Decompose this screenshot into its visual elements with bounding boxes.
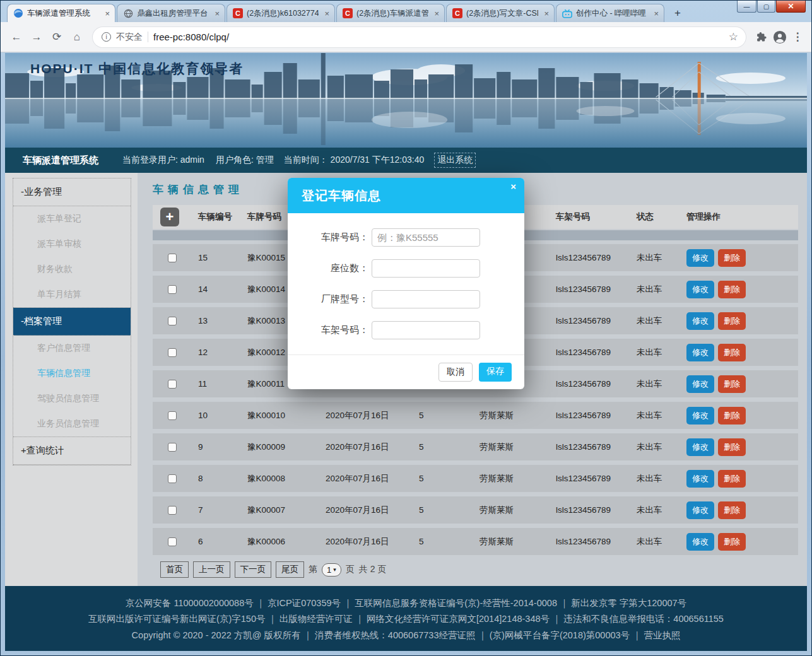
- modal-header: 登记车辆信息 ×: [288, 178, 524, 213]
- logout-link[interactable]: 退出系统: [434, 153, 476, 168]
- edit-button[interactable]: 修改: [686, 438, 714, 456]
- sidebar-section[interactable]: -档案管理: [13, 308, 131, 336]
- minimize-button[interactable]: —: [737, 1, 756, 13]
- row-checkbox[interactable]: [168, 254, 177, 262]
- cell-status: 未出车: [632, 315, 683, 327]
- delete-button[interactable]: 删除: [718, 438, 746, 456]
- edit-button[interactable]: 修改: [686, 501, 714, 519]
- cell-brand: 劳斯莱斯: [468, 536, 550, 548]
- browser-tab[interactable]: 鼎鑫出租房管理平台×: [117, 4, 225, 22]
- delete-button[interactable]: 删除: [718, 375, 746, 393]
- row-checkbox[interactable]: [168, 380, 177, 389]
- table-row: 8豫K000082020年07月16日5劳斯莱斯lsls123456789未出车…: [153, 465, 798, 492]
- delete-button[interactable]: 删除: [718, 344, 746, 361]
- tab-close-icon[interactable]: ×: [652, 9, 661, 18]
- page-viewport: HOPU·IT 中国信息化教育领导者 车辆派遣管理系统 当前登录用户: admi…: [5, 53, 807, 651]
- sidebar-section[interactable]: +查询统计: [13, 437, 131, 465]
- browser-menu-icon[interactable]: ⋮: [790, 30, 805, 44]
- row-checkbox[interactable]: [168, 411, 177, 420]
- bookmark-star-icon[interactable]: ☆: [729, 30, 738, 44]
- edit-button[interactable]: 修改: [686, 249, 714, 267]
- checkbox-cell: [153, 254, 191, 262]
- sidebar-item[interactable]: 驾驶员信息管理: [13, 386, 131, 411]
- edit-button[interactable]: 修改: [686, 470, 714, 488]
- row-checkbox[interactable]: [168, 285, 177, 294]
- delete-button[interactable]: 删除: [718, 312, 746, 330]
- delete-button[interactable]: 删除: [718, 470, 746, 488]
- home-icon[interactable]: ⌂: [68, 28, 86, 47]
- cell-status: 未出车: [632, 252, 683, 264]
- field-input[interactable]: [372, 290, 480, 308]
- next-page-button[interactable]: 下一页: [235, 561, 272, 578]
- delete-button[interactable]: 删除: [718, 249, 746, 267]
- modal-body: 车牌号码：座位数：厂牌型号：车架号码：: [288, 213, 524, 354]
- edit-button[interactable]: 修改: [686, 533, 714, 551]
- tab-close-icon[interactable]: ×: [542, 9, 551, 18]
- page-select[interactable]: 1 ▾: [322, 563, 341, 577]
- tab-close-icon[interactable]: ×: [213, 9, 221, 18]
- edit-button[interactable]: 修改: [686, 344, 714, 361]
- edit-button[interactable]: 修改: [686, 312, 714, 330]
- close-window-button[interactable]: ✕: [776, 1, 806, 13]
- tab-close-icon[interactable]: ×: [322, 9, 331, 18]
- page-suffix-label: 页: [346, 564, 355, 575]
- forward-icon[interactable]: →: [27, 28, 46, 47]
- browser-tab[interactable]: C(2条消息)写文章-CSD×: [446, 4, 555, 22]
- field-label: 车架号码：: [298, 324, 368, 336]
- edit-button[interactable]: 修改: [686, 281, 714, 298]
- row-checkbox[interactable]: [168, 537, 177, 546]
- row-checkbox[interactable]: [168, 474, 177, 483]
- app-navbar: 车辆派遣管理系统 当前登录用户: admin 用户角色: 管理 当前时间： 20…: [5, 148, 807, 173]
- delete-button[interactable]: 删除: [718, 281, 746, 298]
- user-role-label: 用户角色: 管理: [216, 155, 274, 166]
- edit-button[interactable]: 修改: [686, 407, 714, 425]
- sidebar-item[interactable]: 客户信息管理: [13, 336, 131, 361]
- row-checkbox[interactable]: [168, 348, 177, 357]
- field-input[interactable]: [372, 321, 480, 339]
- back-icon[interactable]: ←: [7, 28, 26, 47]
- field-input[interactable]: [372, 259, 480, 278]
- url-text[interactable]: free-pc:8080/clpq/: [153, 32, 724, 42]
- browser-tab[interactable]: C(2条消息)k61032774×: [227, 4, 335, 22]
- tab-close-icon[interactable]: ×: [103, 9, 112, 18]
- row-checkbox[interactable]: [168, 506, 177, 515]
- sidebar-item[interactable]: 车辆信息管理: [13, 361, 131, 386]
- edit-button[interactable]: 修改: [686, 375, 714, 393]
- browser-tab[interactable]: C(2条消息)车辆派遣管×: [336, 4, 445, 22]
- new-tab-button[interactable]: +: [668, 6, 687, 20]
- sidebar-item[interactable]: 派车单登记: [13, 206, 131, 231]
- maximize-button[interactable]: ▢: [757, 1, 775, 13]
- table-header-cell: 管理操作: [683, 211, 798, 223]
- delete-button[interactable]: 删除: [718, 501, 746, 519]
- close-icon[interactable]: ×: [510, 181, 516, 192]
- browser-tab[interactable]: 创作中心 - 哔哩哔哩×: [556, 4, 664, 22]
- footer-line: Copyright © 2020 - 2022 方凯@ 版权所有 ｜ 消费者维权…: [5, 628, 807, 643]
- security-label: 不安全: [116, 32, 143, 43]
- table-row: 7豫K000072020年07月16日5劳斯莱斯lsls123456789未出车…: [153, 496, 798, 524]
- field-label: 车牌号码：: [298, 231, 368, 243]
- info-icon[interactable]: i: [102, 32, 111, 42]
- page-prefix-label: 第: [309, 564, 317, 575]
- cancel-button[interactable]: 取消: [438, 363, 473, 382]
- field-input[interactable]: [372, 228, 480, 247]
- prev-page-button[interactable]: 上一页: [193, 561, 230, 578]
- last-page-button[interactable]: 尾页: [276, 561, 304, 578]
- row-checkbox[interactable]: [168, 443, 177, 452]
- sidebar-item[interactable]: 财务收款: [13, 257, 131, 282]
- refresh-icon[interactable]: ⟳: [47, 28, 66, 47]
- delete-button[interactable]: 删除: [718, 407, 746, 425]
- profile-avatar-icon[interactable]: [771, 30, 789, 44]
- browser-tab[interactable]: 车辆派遣管理系统×: [7, 4, 115, 22]
- extensions-puzzle-icon[interactable]: [752, 32, 770, 42]
- add-vehicle-button[interactable]: +: [160, 208, 179, 226]
- delete-button[interactable]: 删除: [718, 533, 746, 551]
- address-bar[interactable]: i 不安全 free-pc:8080/clpq/ ☆: [93, 27, 746, 47]
- sidebar-item[interactable]: 派车单审核: [13, 231, 131, 257]
- sidebar-item[interactable]: 单车月结算: [13, 282, 131, 308]
- save-button[interactable]: 保存: [479, 363, 512, 382]
- sidebar-section[interactable]: -业务管理: [13, 179, 131, 206]
- tab-close-icon[interactable]: ×: [432, 9, 441, 18]
- first-page-button[interactable]: 首页: [160, 561, 189, 578]
- sidebar-item[interactable]: 业务员信息管理: [13, 411, 131, 437]
- row-checkbox[interactable]: [168, 317, 177, 325]
